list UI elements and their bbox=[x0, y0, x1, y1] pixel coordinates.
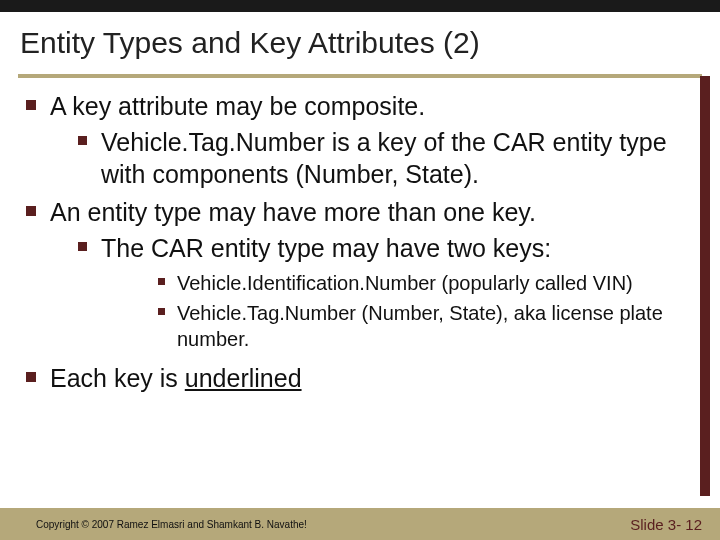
content-area: A key attribute may be composite. Vehicl… bbox=[26, 90, 710, 394]
bullet-text: Vehicle.Identification.Number (popularly… bbox=[177, 270, 633, 296]
bullet-text: Vehicle.Tag.Number is a key of the CAR e… bbox=[101, 126, 700, 190]
list-item: Vehicle.Tag.Number is a key of the CAR e… bbox=[78, 126, 700, 190]
square-bullet-icon bbox=[26, 206, 36, 216]
bullet-list: Vehicle.Identification.Number (popularly… bbox=[158, 270, 700, 352]
bullet-list: A key attribute may be composite. bbox=[26, 90, 700, 122]
list-item: Vehicle.Identification.Number (popularly… bbox=[158, 270, 700, 296]
accent-rail bbox=[700, 76, 710, 496]
slide-title: Entity Types and Key Attributes (2) bbox=[20, 26, 700, 60]
list-item: Vehicle.Tag.Number (Number, State), aka … bbox=[158, 300, 700, 352]
title-underline bbox=[18, 74, 702, 78]
copyright-text: Copyright © 2007 Ramez Elmasri and Shamk… bbox=[36, 519, 307, 530]
footer-bar: Copyright © 2007 Ramez Elmasri and Shamk… bbox=[0, 508, 720, 540]
square-bullet-icon bbox=[78, 136, 87, 145]
bullet-text: The CAR entity type may have two keys: bbox=[101, 232, 551, 264]
bullet-text: A key attribute may be composite. bbox=[50, 90, 425, 122]
bullet-list: Each key is underlined bbox=[26, 362, 700, 394]
square-bullet-icon bbox=[158, 278, 165, 285]
bullet-text: Vehicle.Tag.Number (Number, State), aka … bbox=[177, 300, 700, 352]
square-bullet-icon bbox=[26, 100, 36, 110]
list-item: The CAR entity type may have two keys: bbox=[78, 232, 700, 264]
square-bullet-icon bbox=[26, 372, 36, 382]
square-bullet-icon bbox=[158, 308, 165, 315]
bullet-text-pre: Each key is bbox=[50, 364, 185, 392]
list-item: An entity type may have more than one ke… bbox=[26, 196, 700, 228]
list-item: A key attribute may be composite. bbox=[26, 90, 700, 122]
bullet-list: The CAR entity type may have two keys: bbox=[78, 232, 700, 264]
slide-number: Slide 3- 12 bbox=[630, 516, 702, 533]
top-bar bbox=[0, 0, 720, 12]
bullet-text: An entity type may have more than one ke… bbox=[50, 196, 536, 228]
bullet-list: Vehicle.Tag.Number is a key of the CAR e… bbox=[78, 126, 700, 190]
bullet-text-underlined: underlined bbox=[185, 364, 302, 392]
list-item: Each key is underlined bbox=[26, 362, 700, 394]
bullet-list: An entity type may have more than one ke… bbox=[26, 196, 700, 228]
title-block: Entity Types and Key Attributes (2) bbox=[0, 12, 720, 68]
bullet-text: Each key is underlined bbox=[50, 362, 302, 394]
square-bullet-icon bbox=[78, 242, 87, 251]
